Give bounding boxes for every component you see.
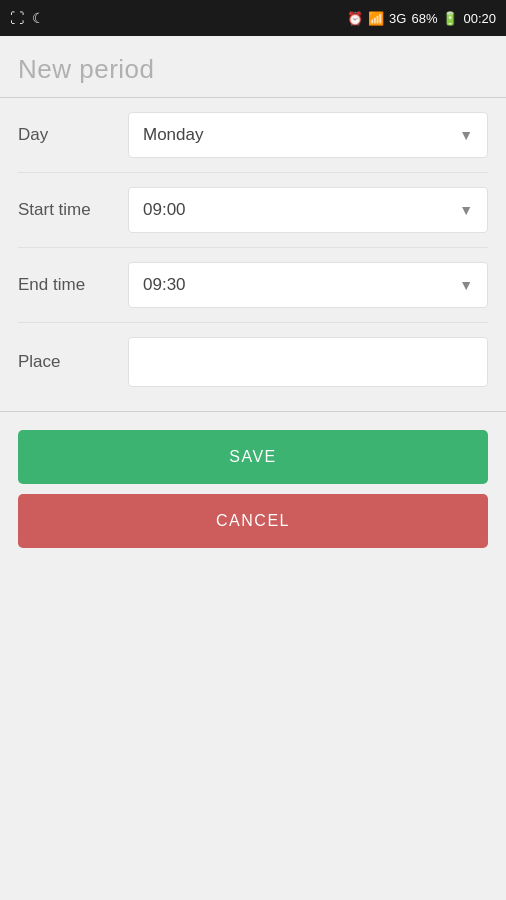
signal-icon: 📶	[368, 11, 384, 26]
button-section: SAVE CANCEL	[0, 422, 506, 556]
page-title: New period	[18, 54, 488, 85]
start-time-value: 09:00	[143, 200, 186, 220]
end-time-dropdown[interactable]: 09:30 ▼	[128, 262, 488, 308]
time-label: 00:20	[463, 11, 496, 26]
end-time-label: End time	[18, 275, 128, 295]
status-bar: ⛶ ☾ ⏰ 📶 3G 68% 🔋 00:20	[0, 0, 506, 36]
moon-icon: ☾	[32, 10, 45, 26]
place-control-wrap	[128, 337, 488, 387]
cancel-button[interactable]: CANCEL	[18, 494, 488, 548]
form-divider	[0, 411, 506, 412]
day-row: Day Monday ▼	[18, 98, 488, 173]
title-section: New period	[0, 36, 506, 98]
place-input[interactable]	[128, 337, 488, 387]
day-chevron-down-icon: ▼	[459, 127, 473, 143]
start-time-dropdown[interactable]: 09:00 ▼	[128, 187, 488, 233]
form-section: Day Monday ▼ Start time 09:00 ▼ End time…	[0, 98, 506, 401]
end-time-row: End time 09:30 ▼	[18, 248, 488, 323]
start-time-label: Start time	[18, 200, 128, 220]
day-dropdown[interactable]: Monday ▼	[128, 112, 488, 158]
start-time-chevron-down-icon: ▼	[459, 202, 473, 218]
status-left-icons: ⛶ ☾	[10, 10, 45, 26]
status-right-info: ⏰ 📶 3G 68% 🔋 00:20	[347, 11, 496, 26]
alarm-icon: ⏰	[347, 11, 363, 26]
image-icon: ⛶	[10, 10, 24, 26]
network-label: 3G	[389, 11, 406, 26]
battery-icon: 🔋	[442, 11, 458, 26]
day-label: Day	[18, 125, 128, 145]
place-row: Place	[18, 323, 488, 401]
start-time-control-wrap: 09:00 ▼	[128, 187, 488, 233]
day-value: Monday	[143, 125, 203, 145]
end-time-value: 09:30	[143, 275, 186, 295]
battery-label: 68%	[411, 11, 437, 26]
start-time-row: Start time 09:00 ▼	[18, 173, 488, 248]
end-time-chevron-down-icon: ▼	[459, 277, 473, 293]
day-control-wrap: Monday ▼	[128, 112, 488, 158]
end-time-control-wrap: 09:30 ▼	[128, 262, 488, 308]
save-button[interactable]: SAVE	[18, 430, 488, 484]
place-label: Place	[18, 352, 128, 372]
